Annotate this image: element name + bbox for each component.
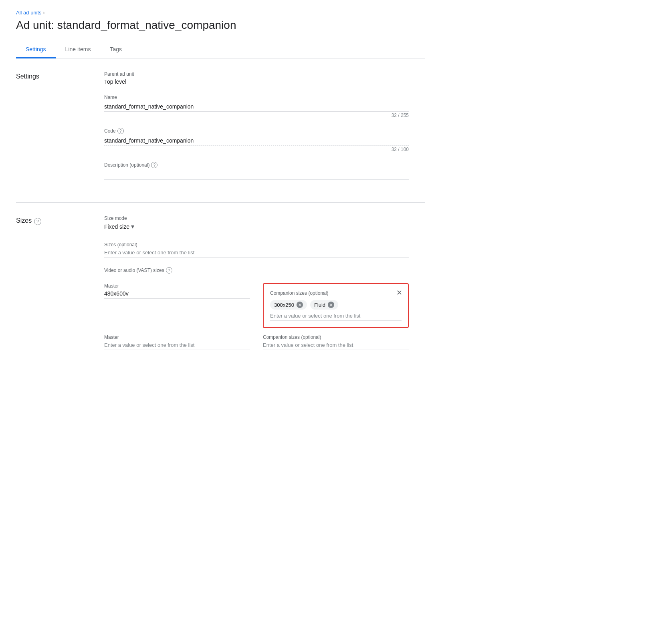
sizes-optional-field: Sizes (optional) Enter a value or select… (104, 242, 409, 258)
code-input[interactable] (104, 136, 409, 146)
companion-tag-300x250: 300x250 ✕ (270, 300, 307, 310)
vast-help-icon[interactable]: ? (166, 267, 172, 274)
companion-popup-close-button[interactable]: ✕ (394, 287, 405, 298)
master-first-col: Master 480x600v (104, 283, 250, 305)
master-second-label: Master (104, 334, 250, 340)
description-help-icon[interactable]: ? (151, 162, 157, 168)
master-second-col: Master Enter a value or select one from … (104, 334, 250, 350)
size-mode-field: Size mode Fixed size ▾ (104, 215, 409, 232)
sizes-optional-label: Sizes (optional) (104, 242, 409, 248)
master-first-value: 480x600v (104, 290, 250, 297)
master-second-placeholder[interactable]: Enter a value or select one from the lis… (104, 342, 194, 348)
name-counter: 32 / 255 (104, 113, 409, 118)
description-label: Description (optional) ? (104, 162, 409, 168)
vast-label: Video or audio (VAST) sizes ? (104, 267, 409, 274)
parent-ad-unit-field: Parent ad unit Top level (104, 71, 409, 85)
tab-tags[interactable]: Tags (100, 41, 131, 58)
tag-label-300x250: 300x250 (274, 302, 294, 308)
sizes-section: Sizes ? Size mode Fixed size ▾ Sizes (op… (16, 203, 425, 363)
companion-second-label: Companion sizes (optional) (263, 334, 409, 340)
vast-label-field: Video or audio (VAST) sizes ? (104, 267, 409, 274)
companion-second-col: Companion sizes (optional) Enter a value… (263, 334, 409, 350)
size-mode-dropdown[interactable]: Fixed size ▾ (104, 223, 409, 232)
breadcrumb[interactable]: All ad units › (16, 10, 425, 16)
settings-section-label: Settings (16, 71, 104, 189)
code-label: Code ? (104, 128, 409, 134)
code-field: Code ? 32 / 100 (104, 128, 409, 152)
tab-line-items[interactable]: Line items (56, 41, 101, 58)
master-first-label: Master (104, 283, 250, 289)
breadcrumb-chevron-icon: › (43, 10, 45, 16)
tabs-container: Settings Line items Tags (16, 41, 425, 58)
companion-tags-container: 300x250 ✕ Fluid ✕ (270, 300, 402, 310)
description-field: Description (optional) ? (104, 162, 409, 180)
sizes-section-label: Sizes ? (16, 215, 104, 350)
vast-second-row: Master Enter a value or select one from … (104, 334, 409, 350)
size-mode-label: Size mode (104, 215, 409, 221)
name-input[interactable] (104, 102, 409, 112)
vast-first-row: Master 480x600v Companion sizes (optiona… (104, 283, 409, 328)
tag-close-300x250[interactable]: ✕ (297, 302, 303, 308)
parent-ad-unit-label: Parent ad unit (104, 71, 409, 77)
companion-popup-col: Companion sizes (optional) 300x250 ✕ Flu… (263, 283, 409, 328)
page-title: Ad unit: standard_format_native_companio… (16, 19, 425, 32)
name-field: Name 32 / 255 (104, 95, 409, 118)
code-help-icon[interactable]: ? (117, 128, 124, 134)
tab-settings[interactable]: Settings (16, 41, 56, 58)
sizes-fields: Size mode Fixed size ▾ Sizes (optional) … (104, 215, 409, 350)
companion-popup-input[interactable]: Enter a value or select one from the lis… (270, 313, 402, 321)
settings-fields: Parent ad unit Top level Name 32 / 255 C… (104, 71, 409, 189)
name-label: Name (104, 95, 409, 100)
tag-label-fluid: Fluid (314, 302, 325, 308)
companion-popup: Companion sizes (optional) 300x250 ✕ Flu… (263, 283, 409, 328)
description-input[interactable] (104, 170, 409, 180)
code-counter: 32 / 100 (104, 147, 409, 152)
tag-close-fluid[interactable]: ✕ (328, 302, 334, 308)
companion-second-placeholder[interactable]: Enter a value or select one from the lis… (263, 342, 353, 348)
parent-ad-unit-value: Top level (104, 78, 409, 85)
companion-tag-fluid: Fluid ✕ (310, 300, 338, 310)
dropdown-arrow-icon: ▾ (131, 223, 134, 230)
sizes-help-icon[interactable]: ? (34, 218, 41, 225)
size-mode-value: Fixed size (104, 223, 129, 230)
companion-popup-title: Companion sizes (optional) (270, 290, 402, 296)
breadcrumb-label: All ad units (16, 10, 42, 16)
sizes-placeholder[interactable]: Enter a value or select one from the lis… (104, 250, 194, 256)
settings-section: Settings Parent ad unit Top level Name 3… (16, 58, 425, 203)
